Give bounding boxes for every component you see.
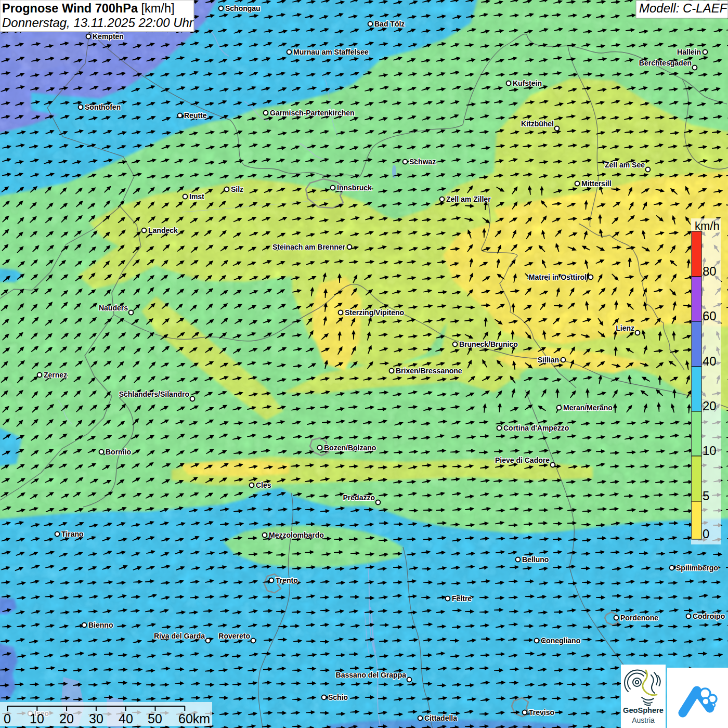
svg-text:Zell am Ziller: Zell am Ziller — [446, 195, 491, 203]
svg-text:GeoSphere: GeoSphere — [623, 706, 664, 714]
svg-text:Tirano: Tirano — [61, 530, 84, 538]
svg-text:Zernez: Zernez — [44, 371, 67, 379]
svg-text:Kempten: Kempten — [93, 32, 124, 41]
svg-text:Landeck: Landeck — [148, 226, 178, 235]
svg-text:Pieve di Cadore: Pieve di Cadore — [495, 456, 550, 464]
svg-text:Pordenone: Pordenone — [620, 614, 658, 622]
svg-text:Lienz: Lienz — [616, 324, 634, 332]
svg-text:Sillian: Sillian — [538, 356, 559, 364]
svg-text:Cittadella: Cittadella — [424, 714, 457, 722]
svg-text:Austria: Austria — [632, 716, 655, 724]
svg-text:Schio: Schio — [328, 693, 348, 701]
svg-text:50: 50 — [148, 711, 162, 726]
svg-text:Codroipo: Codroipo — [693, 612, 725, 620]
svg-text:Zell am See: Zell am See — [605, 161, 645, 169]
svg-text:Bozen/Bolzano: Bozen/Bolzano — [324, 444, 376, 452]
svg-text:Feltre: Feltre — [452, 594, 472, 603]
svg-text:10: 10 — [30, 711, 44, 726]
svg-text:Bruneck/Brunico: Bruneck/Brunico — [459, 340, 518, 348]
svg-text:Reutte: Reutte — [184, 111, 207, 120]
svg-text:Silz: Silz — [231, 185, 243, 193]
svg-text:Riva del Garda: Riva del Garda — [154, 632, 205, 640]
svg-text:Sonthofen: Sonthofen — [85, 103, 121, 111]
svg-text:Bienno: Bienno — [88, 621, 113, 629]
svg-text:40: 40 — [119, 711, 133, 726]
svg-text:Modell: C-LAEF: Modell: C-LAEF — [639, 1, 728, 15]
svg-text:Schlanders/Silandro: Schlanders/Silandro — [119, 390, 189, 398]
svg-text:Predazzo: Predazzo — [343, 493, 375, 502]
svg-text:Rovereto: Rovereto — [218, 632, 250, 640]
svg-text:Spilimbergo: Spilimbergo — [676, 564, 718, 572]
svg-text:Steinach am Brenner: Steinach am Brenner — [272, 243, 346, 251]
svg-text:30: 30 — [89, 711, 103, 726]
svg-text:Donnerstag, 13.11.2025 22:00 U: Donnerstag, 13.11.2025 22:00 Uhr — [2, 16, 194, 30]
svg-text:Conegliano: Conegliano — [541, 636, 580, 645]
svg-text:Meran/Merano: Meran/Merano — [563, 404, 613, 412]
svg-text:Matrei in Osttirol: Matrei in Osttirol — [529, 273, 587, 281]
svg-text:Prognose Wind 700hPa [km/h]: Prognose Wind 700hPa [km/h] — [2, 2, 174, 15]
svg-text:0: 0 — [703, 527, 709, 541]
svg-text:Schongau: Schongau — [225, 4, 261, 12]
svg-text:Schwaz: Schwaz — [409, 158, 436, 166]
svg-text:60: 60 — [703, 309, 717, 323]
svg-text:Cortina d'Ampezzo: Cortina d'Ampezzo — [503, 424, 569, 432]
svg-text:40: 40 — [703, 354, 717, 368]
svg-text:Mezzolombardo: Mezzolombardo — [269, 531, 324, 539]
svg-text:Belluno: Belluno — [522, 555, 549, 564]
svg-text:Treviso: Treviso — [529, 708, 554, 717]
svg-text:20: 20 — [59, 711, 74, 726]
svg-text:Imst: Imst — [189, 192, 204, 201]
svg-text:Brixen/Bressanone: Brixen/Bressanone — [396, 367, 462, 375]
svg-text:Mittersill: Mittersill — [581, 179, 612, 188]
svg-text:0: 0 — [4, 711, 11, 726]
svg-text:Kufstein: Kufstein — [513, 79, 542, 87]
svg-text:Bassano del Grappa: Bassano del Grappa — [336, 671, 407, 679]
svg-text:Bormio: Bormio — [106, 448, 131, 456]
svg-text:80: 80 — [703, 264, 717, 278]
svg-text:Sterzing/Vipiteno: Sterzing/Vipiteno — [345, 308, 404, 317]
svg-text:Berchtesgaden: Berchtesgaden — [639, 59, 692, 67]
svg-text:Trento: Trento — [276, 576, 298, 584]
svg-text:Nauders: Nauders — [99, 304, 128, 312]
svg-text:20: 20 — [703, 399, 717, 413]
svg-text:60km: 60km — [178, 711, 210, 726]
svg-text:Innsbruck: Innsbruck — [337, 184, 372, 192]
svg-text:Cles: Cles — [256, 481, 271, 489]
svg-text:Bad Tölz: Bad Tölz — [374, 20, 405, 28]
svg-text:10: 10 — [703, 444, 717, 458]
svg-text:Kitzbühel: Kitzbühel — [521, 120, 554, 128]
svg-text:Garmisch-Partenkirchen: Garmisch-Partenkirchen — [270, 109, 355, 117]
svg-text:km/h: km/h — [695, 219, 720, 232]
svg-text:Hallein: Hallein — [677, 48, 701, 56]
svg-text:5: 5 — [703, 489, 709, 503]
svg-text:Murnau am Staffelsee: Murnau am Staffelsee — [293, 48, 369, 56]
